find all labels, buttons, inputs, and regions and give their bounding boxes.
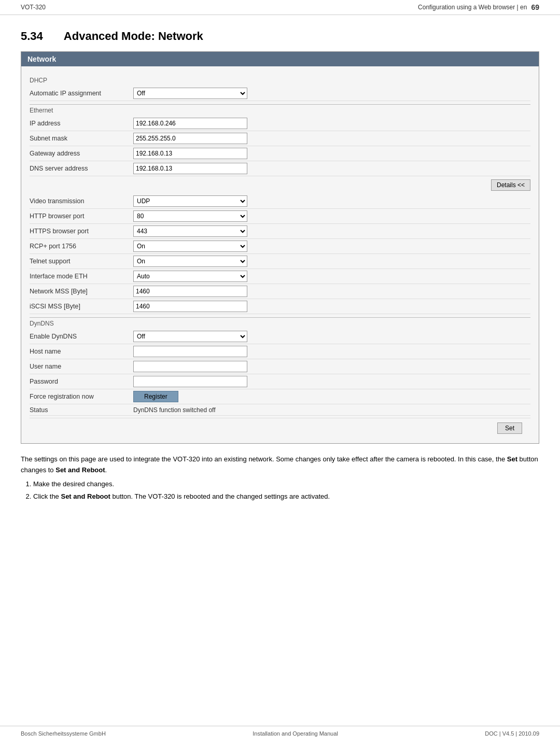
section-heading: 5.34 Advanced Mode: Network [0,15,560,51]
select-telnet[interactable]: On Off [133,256,247,267]
input-force-registration[interactable]: Register [133,391,530,402]
field-row-hostname: Host name [30,344,530,359]
text-password[interactable] [133,376,247,387]
panel-body: DHCP Automatic IP assignment Off On Ethe… [21,66,539,443]
footer-center: Installation and Operating Manual [253,730,338,737]
register-button[interactable]: Register [133,391,178,402]
footer-right: DOC | V4.5 | 2010.09 [485,730,539,737]
input-username[interactable] [133,361,530,372]
text-iscsi-mss[interactable] [133,301,247,312]
label-network-mss: Network MSS [Byte] [30,288,133,295]
input-network-mss[interactable] [133,286,530,297]
select-enable-dyndns[interactable]: Off On [133,331,247,342]
field-row-dns: DNS server address [30,161,530,176]
section-number: 5.34 [21,30,43,43]
field-row-https-port: HTTPS browser port 443 4433 [30,224,530,239]
select-automatic-ip[interactable]: Off On [133,88,247,99]
field-row-video-transmission: Video transmission UDP TCP [30,194,530,209]
label-iscsi-mss: iSCSI MSS [Byte] [30,303,133,310]
label-automatic-ip: Automatic IP assignment [30,90,133,97]
field-row-subnet-mask: Subnet mask [30,131,530,146]
select-https-port[interactable]: 443 4433 [133,225,247,237]
input-hostname[interactable] [133,346,530,357]
footer-left: Bosch Sicherheitssysteme GmbH [21,730,106,737]
set-button[interactable]: Set [497,422,522,434]
input-telnet[interactable]: On Off [133,256,530,267]
text-ip-address[interactable] [133,118,247,129]
text-subnet-mask[interactable] [133,133,247,144]
select-rcp-port[interactable]: On Off [133,241,247,252]
bottom-btn-row: Set [30,418,530,438]
field-row-ip-address: IP address [30,116,530,131]
panel-header: Network [21,52,539,66]
input-gateway[interactable] [133,148,530,159]
dyndns-group-label: DynDNS [30,317,530,327]
text-hostname[interactable] [133,346,247,357]
input-https-port[interactable]: 443 4433 [133,225,530,237]
network-panel: Network DHCP Automatic IP assignment Off… [21,51,539,444]
label-gateway: Gateway address [30,150,133,157]
field-row-status: Status DynDNS function switched off [30,404,530,416]
label-https-port: HTTPS browser port [30,228,133,235]
page-number: 69 [531,3,539,11]
description-step-2: Click the Set and Reboot button. The VOT… [33,491,539,502]
description-step-1: Make the desired changes. [33,479,539,490]
label-telnet: Telnet support [30,258,133,265]
field-row-force-registration: Force registration now Register [30,389,530,404]
select-video-transmission[interactable]: UDP TCP [133,195,247,207]
label-status: Status [30,406,133,414]
input-video-transmission[interactable]: UDP TCP [133,195,530,207]
field-row-http-port: HTTP browser port 80 8080 [30,209,530,224]
ethernet-group-label: Ethernet [30,104,530,114]
input-interface-mode[interactable]: Auto 10 Mbps HD 100 Mbps FD [133,271,530,282]
label-video-transmission: Video transmission [30,198,133,205]
field-row-username: User name [30,359,530,374]
dhcp-group-label: DHCP [30,75,530,84]
field-row-telnet: Telnet support On Off [30,254,530,269]
input-ip-address[interactable] [133,118,530,129]
field-row-gateway: Gateway address [30,146,530,161]
page-footer: Bosch Sicherheitssysteme GmbH Installati… [0,726,560,737]
description: The settings on this page are used to in… [0,444,560,515]
field-row-rcp-port: RCP+ port 1756 On Off [30,239,530,254]
field-row-network-mss: Network MSS [Byte] [30,284,530,299]
text-gateway[interactable] [133,148,247,159]
status-text: DynDNS function switched off [133,406,216,414]
field-row-password: Password [30,374,530,389]
select-http-port[interactable]: 80 8080 [133,210,247,222]
input-subnet-mask[interactable] [133,133,530,144]
product-name: VOT-320 [21,4,46,11]
label-enable-dyndns: Enable DynDNS [30,333,133,340]
field-row-iscsi-mss: iSCSI MSS [Byte] [30,299,530,314]
input-dns[interactable] [133,163,530,174]
text-dns[interactable] [133,163,247,174]
label-username: User name [30,363,133,370]
page-header: VOT-320 Configuration using a Web browse… [0,0,560,15]
text-username[interactable] [133,361,247,372]
label-force-registration: Force registration now [30,393,133,400]
field-row-automatic-ip: Automatic IP assignment Off On [30,86,530,101]
label-subnet-mask: Subnet mask [30,135,133,142]
header-right: Configuration using a Web browser | en 6… [418,3,539,11]
text-network-mss[interactable] [133,286,247,297]
input-automatic-ip[interactable]: Off On [133,88,530,99]
details-button[interactable]: Details << [491,179,530,191]
chapter-info: Configuration using a Web browser | en [418,4,527,11]
select-interface-mode[interactable]: Auto 10 Mbps HD 100 Mbps FD [133,271,247,282]
input-password[interactable] [133,376,530,387]
label-dns: DNS server address [30,165,133,172]
status-value: DynDNS function switched off [133,406,530,414]
details-row: Details << [30,176,530,194]
input-iscsi-mss[interactable] [133,301,530,312]
description-para1: The settings on this page are used to in… [21,454,539,476]
label-rcp-port: RCP+ port 1756 [30,243,133,250]
input-rcp-port[interactable]: On Off [133,241,530,252]
field-row-enable-dyndns: Enable DynDNS Off On [30,329,530,344]
input-http-port[interactable]: 80 8080 [133,210,530,222]
label-http-port: HTTP browser port [30,213,133,220]
input-enable-dyndns[interactable]: Off On [133,331,530,342]
label-hostname: Host name [30,348,133,355]
label-password: Password [30,378,133,385]
label-interface-mode: Interface mode ETH [30,273,133,280]
section-title: Advanced Mode: Network [64,30,203,43]
